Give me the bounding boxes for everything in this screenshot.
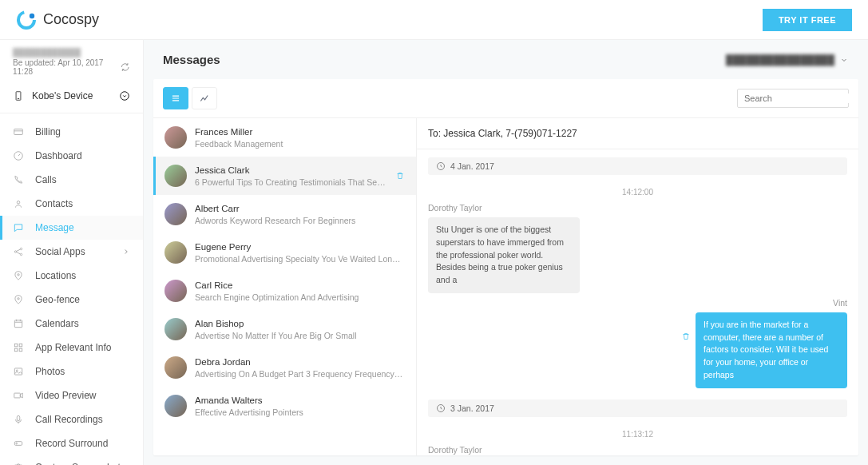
phone-icon: [13, 174, 24, 185]
share-icon: [13, 246, 24, 257]
nav-item-calls[interactable]: Calls: [0, 168, 143, 192]
contact-preview: Advertise No Matter If You Are Big Or Sm…: [195, 331, 405, 340]
user-icon: [13, 198, 24, 209]
page-title: Messages: [163, 53, 220, 66]
nav-item-calendars[interactable]: Calendars: [0, 312, 143, 336]
nav-item-message[interactable]: Message: [0, 216, 143, 240]
account-dropdown[interactable]: ████████████████: [726, 54, 849, 66]
search-box[interactable]: [737, 89, 849, 108]
contact-name: Amanda Walters: [195, 395, 405, 405]
nav-item-video-preview[interactable]: Video Preview: [0, 384, 143, 407]
nav-label: Video Preview: [35, 390, 97, 401]
message-time: 11:13:12: [417, 425, 858, 443]
contact-preview: Adwords Keyword Research For Beginners: [195, 216, 405, 225]
nav-label: Message: [35, 222, 74, 233]
svg-rect-21: [19, 348, 22, 352]
svg-point-13: [18, 298, 19, 300]
contact-item[interactable]: Eugene PerryPromotional Advertising Spec…: [153, 233, 416, 272]
nav-item-capture-screenshots[interactable]: Capture Screenshots: [0, 455, 143, 465]
svg-rect-22: [14, 368, 22, 375]
contact-preview: Effective Advertising Pointers: [195, 407, 405, 417]
delete-message-icon[interactable]: [681, 332, 691, 341]
contact-preview: Advertising On A Budget Part 3 Frequency…: [195, 369, 405, 379]
nav-item-dashboard[interactable]: Dashboard: [0, 144, 143, 168]
mic-icon: [13, 414, 24, 425]
chevron-right-icon: [122, 248, 130, 256]
contact-name: Albert Carr: [195, 204, 405, 213]
main-area: Messages ████████████████: [144, 40, 868, 465]
updated-block: ████████████ Be updated: Apr 10, 2017 11…: [0, 40, 143, 82]
avatar: [164, 241, 187, 264]
svg-rect-24: [14, 393, 21, 398]
avatar: [164, 318, 187, 340]
sender-name: Dorothy Taylor: [417, 443, 858, 456]
nav-label: Locations: [35, 270, 76, 281]
nav-item-locations[interactable]: Locations: [0, 264, 143, 288]
try-free-button[interactable]: TRY IT FREE: [763, 9, 852, 31]
nav-label: Dashboard: [35, 150, 82, 161]
message-time: 14:12:00: [417, 183, 858, 201]
nav-label: Call Recordings: [35, 414, 103, 425]
nav-item-social-apps[interactable]: Social Apps: [0, 240, 143, 264]
nav-label: App Relevant Info: [35, 342, 111, 353]
incoming-message: Stu Unger is one of the biggest supersta…: [428, 217, 580, 293]
grid-icon: [13, 342, 24, 353]
contact-item[interactable]: Alan BishopAdvertise No Matter If You Ar…: [153, 310, 416, 348]
delete-contact-icon[interactable]: [395, 171, 405, 181]
list-view-button[interactable]: [163, 87, 188, 109]
nav-label: Calls: [35, 174, 57, 185]
nav-item-billing[interactable]: Billing: [0, 120, 143, 144]
contact-item[interactable]: Frances MillerFeedback Management: [153, 118, 416, 157]
nav-item-geo-fence[interactable]: Geo-fence: [0, 288, 143, 312]
gauge-icon: [13, 150, 24, 161]
logo-icon: [16, 10, 37, 30]
message-icon: [13, 222, 24, 233]
device-selector[interactable]: Kobe's Device: [0, 82, 143, 113]
nav-item-contacts[interactable]: Contacts: [0, 192, 143, 216]
contact-item[interactable]: Amanda WaltersEffective Advertising Poin…: [153, 387, 416, 425]
device-icon: [13, 90, 24, 101]
nav-item-record-surround[interactable]: Record Surround: [0, 431, 143, 455]
chevron-down-icon: [119, 90, 130, 101]
svg-point-10: [20, 248, 22, 249]
contact-preview: Search Engine Optimization And Advertisi…: [195, 292, 405, 302]
sender-name: Dorothy Taylor: [417, 201, 858, 214]
avatar: [164, 356, 187, 379]
nav-label: Photos: [35, 366, 65, 377]
messages-panel: Frances MillerFeedback ManagementJessica…: [153, 79, 858, 455]
nav-label: Social Apps: [35, 246, 85, 257]
chevron-down-icon: [839, 55, 849, 65]
pin-icon: [13, 294, 24, 305]
date-separator: 4 Jan. 2017: [428, 157, 847, 175]
outgoing-message: If you are in the market for a computer,…: [696, 312, 847, 388]
device-name: Kobe's Device: [32, 90, 93, 101]
date-separator: 3 Jan. 2017: [428, 399, 847, 417]
nav-item-photos[interactable]: Photos: [0, 360, 143, 384]
contact-name: Carl Rice: [195, 280, 405, 290]
credit-card-icon: [13, 126, 24, 137]
avatar: [164, 395, 187, 417]
message-thread: To: Jessica Clark, 7-(759)071-1227 4 Jan…: [417, 118, 858, 455]
contact-item[interactable]: Carl RiceSearch Engine Optimization And …: [153, 272, 416, 310]
contact-item[interactable]: Albert CarrAdwords Keyword Research For …: [153, 195, 416, 233]
app-header: Cocospy TRY IT FREE: [0, 0, 868, 40]
thread-to-label: To: Jessica Clark, 7-(759)071-1227: [417, 118, 858, 149]
capture-icon: [13, 462, 24, 465]
svg-point-9: [14, 251, 16, 252]
contact-name: Debra Jordan: [195, 357, 405, 367]
brand-name: Cocospy: [43, 11, 99, 28]
contact-preview: Feedback Management: [195, 139, 405, 149]
nav-item-call-recordings[interactable]: Call Recordings: [0, 407, 143, 431]
contact-item[interactable]: Jessica Clark6 Powerful Tips To Creating…: [153, 157, 416, 195]
nav-item-app-relevant-info[interactable]: App Relevant Info: [0, 336, 143, 360]
svg-point-4: [121, 92, 129, 101]
updated-timestamp: Be updated: Apr 10, 2017 11:28: [13, 58, 120, 76]
contacts-list: Frances MillerFeedback ManagementJessica…: [153, 118, 417, 455]
search-input[interactable]: [744, 93, 854, 103]
refresh-icon[interactable]: [120, 62, 130, 73]
contact-name: Alan Bishop: [195, 319, 405, 328]
chart-view-button[interactable]: [192, 87, 217, 109]
nav-list: BillingDashboardCallsContactsMessageSoci…: [0, 113, 143, 465]
contact-item[interactable]: Debra JordanAdvertising On A Budget Part…: [153, 348, 416, 387]
calendar-icon: [13, 318, 24, 329]
